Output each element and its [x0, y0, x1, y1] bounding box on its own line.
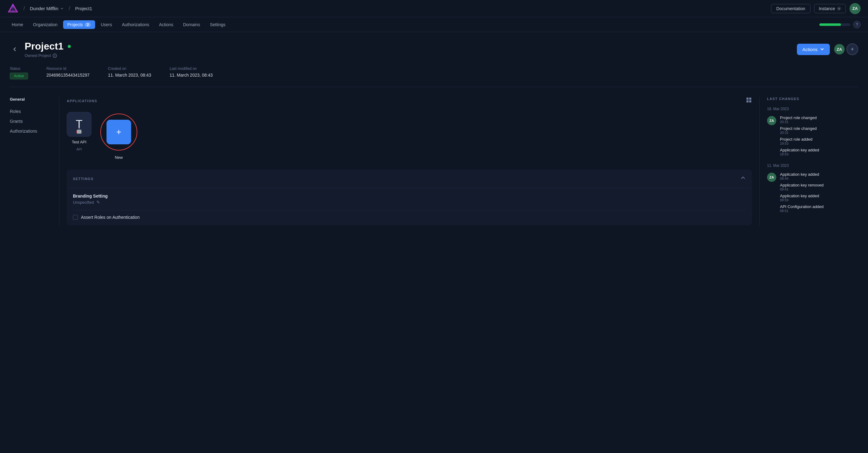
app-card-test-api[interactable]: T 🤖 Test API API	[67, 112, 91, 160]
sec-nav-right: ?	[819, 21, 861, 28]
help-button[interactable]: ?	[853, 21, 861, 28]
project-name-row: Project1	[25, 41, 792, 52]
change-event-time: 20:31	[780, 131, 858, 134]
secondary-nav: Home Organization Projects 2 Users Autho…	[0, 17, 868, 32]
nav-item-settings[interactable]: Settings	[206, 20, 230, 29]
app-card-new[interactable]: + New	[99, 112, 139, 160]
meta-modified: Last modified on 11. March 2023, 08:43	[169, 66, 213, 79]
settings-section-title: SETTINGS	[73, 177, 94, 181]
nav-item-actions[interactable]: Actions	[155, 20, 178, 29]
breadcrumb-org[interactable]: Dunder Mifflin	[30, 6, 64, 11]
nav-item-home[interactable]: Home	[7, 20, 27, 29]
member-avatar-za: ZA	[834, 43, 845, 55]
settings-card-body: Branding Setting Unspecified ✎ Assert Ro…	[67, 188, 752, 225]
nav-item-authorizations[interactable]: Authorizations	[118, 20, 154, 29]
created-value: 11. March 2023, 08:43	[108, 73, 151, 77]
svg-rect-7	[746, 100, 749, 102]
add-member-button[interactable]: +	[846, 43, 858, 55]
chevron-up-icon	[740, 175, 746, 181]
logo-area: / Dunder Mifflin / Project1	[7, 3, 92, 14]
progress-bar	[819, 23, 850, 26]
branding-setting-value: Unspecified ✎	[73, 200, 746, 205]
robot-icon: 🤖	[76, 128, 82, 134]
change-event-time: 09:41	[780, 187, 858, 191]
top-bar: / Dunder Mifflin / Project1 Documentatio…	[0, 0, 868, 17]
documentation-button[interactable]: Documentation	[771, 4, 810, 13]
sidebar-section-title: General	[10, 97, 52, 102]
apps-section: APPLICATIONS T 🤖	[59, 97, 760, 225]
gear-icon	[837, 6, 841, 11]
change-event-time: 08:51	[780, 209, 858, 213]
meta-created: Created on 11. March 2023, 08:43	[108, 66, 151, 79]
progress-fill	[819, 23, 841, 26]
settings-divider	[73, 210, 746, 211]
change-items-2: Application key added 09:44 Application …	[780, 172, 858, 215]
change-event-label: Project role changed	[780, 116, 858, 120]
change-event-time: 18:03	[780, 152, 858, 156]
app-icon-test-api: T 🤖	[67, 112, 91, 137]
nav-item-organization[interactable]: Organization	[29, 20, 62, 29]
settings-card: SETTINGS Branding Setting Unspecified ✎	[67, 169, 752, 225]
back-button[interactable]	[10, 44, 20, 54]
change-event-time: 20:31	[780, 120, 858, 124]
assert-roles-checkbox[interactable]	[73, 215, 78, 220]
change-event-label: Application key added	[780, 148, 858, 152]
apps-section-header: APPLICATIONS	[67, 97, 752, 105]
info-icon	[53, 54, 57, 58]
change-item-2-0: Application key added 09:44	[780, 172, 858, 180]
actions-button[interactable]: Actions	[797, 44, 830, 55]
sidebar-item-grants[interactable]: Grants	[10, 116, 52, 126]
new-app-button[interactable]: +	[106, 120, 131, 144]
change-item-2-1: Application key removed 09:41	[780, 183, 858, 191]
nav-item-users[interactable]: Users	[96, 20, 116, 29]
edit-icon[interactable]: ✎	[96, 200, 100, 205]
breadcrumb-sep2: /	[69, 5, 70, 12]
last-changes-title: LAST CHANGES	[767, 97, 858, 101]
breadcrumb-sep1: /	[23, 5, 25, 12]
assert-roles-row: Assert Roles on Authentication	[73, 215, 746, 220]
nav-item-projects[interactable]: Projects 2	[63, 20, 95, 29]
svg-rect-6	[749, 98, 751, 100]
meta-status: Status Active	[10, 66, 28, 79]
change-event-label: Project role added	[780, 137, 858, 141]
change-date-1: 18. Mar 2023	[767, 107, 858, 111]
status-badge: Active	[10, 73, 28, 79]
grid-icon	[746, 97, 752, 103]
chevron-down-icon	[60, 7, 64, 10]
main-content: Project1 Owned Project Actions ZA +	[0, 32, 868, 234]
chevron-down-icon	[820, 47, 824, 52]
apps-section-title: APPLICATIONS	[67, 99, 97, 103]
change-date-2: 11. Mar 2023	[767, 163, 858, 168]
change-group-1: ZA Project role changed 20:31 Project ro…	[767, 116, 858, 159]
change-items-1: Project role changed 20:31 Project role …	[780, 116, 858, 159]
instance-button[interactable]: Instance	[814, 4, 846, 13]
settings-collapse-button[interactable]	[740, 175, 746, 182]
project-header: Project1 Owned Project Actions ZA +	[10, 41, 858, 58]
app-name-test-api: Test API	[72, 140, 87, 144]
last-changes-panel: LAST CHANGES 18. Mar 2023 ZA Project rol…	[760, 97, 858, 225]
project-header-right: Actions ZA +	[797, 43, 858, 55]
nav-item-domains[interactable]: Domains	[179, 20, 205, 29]
change-item-1-0: Project role changed 20:31	[780, 116, 858, 124]
new-app-label: New	[115, 155, 123, 160]
sidebar-item-authorizations[interactable]: Authorizations	[10, 126, 52, 136]
breadcrumb-project: Project1	[75, 6, 92, 11]
user-avatar[interactable]: ZA	[849, 3, 861, 14]
change-event-label: API Configuration added	[780, 204, 858, 209]
project-title-area: Project1 Owned Project	[25, 41, 792, 58]
grid-view-button[interactable]	[746, 97, 752, 105]
change-item-2-3: API Configuration added 08:51	[780, 204, 858, 213]
status-active-dot	[68, 45, 71, 48]
member-avatar-group: ZA +	[834, 43, 858, 55]
apps-grid: T 🤖 Test API API + New	[67, 112, 752, 160]
sidebar-item-roles[interactable]: Roles	[10, 106, 52, 116]
projects-badge: 2	[85, 23, 91, 27]
change-event-label: Application key added	[780, 172, 858, 176]
resource-id-value: 204696135443415297	[46, 73, 90, 77]
meta-resource-id: Resource Id 204696135443415297	[46, 66, 90, 79]
new-app-wrapper: +	[99, 112, 139, 152]
settings-card-header: SETTINGS	[67, 169, 752, 188]
change-event-time: 19:53	[780, 141, 858, 145]
sidebar: General Roles Grants Authorizations	[10, 97, 59, 225]
change-avatar-1: ZA	[767, 116, 776, 125]
